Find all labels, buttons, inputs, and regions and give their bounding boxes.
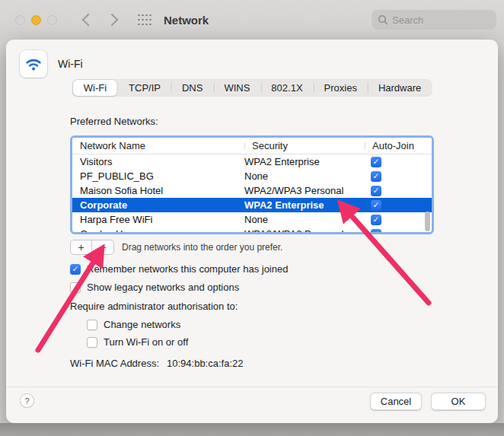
column-header-auto-join[interactable]: Auto-Join [365,140,432,151]
admin-authorisation-label: Require administrator authorisation to: [70,301,238,312]
network-security: WPA2 Enterprise [244,156,365,167]
table-body: Visitors WPA2 Enterprise PF_PUBLIC_BG No… [72,154,432,234]
auto-join-checkbox[interactable] [371,186,381,196]
traffic-lights [15,15,57,25]
legacy-networks-label: Show legacy networks and options [87,282,239,293]
network-name: Garden House [72,228,244,234]
panel-header: Wi-Fi [20,50,83,78]
search-input[interactable] [392,14,490,26]
table-row[interactable]: PF_PUBLIC_BG None [72,169,432,183]
network-name: Visitors [72,156,244,167]
mac-address-label: Wi-Fi MAC Address: [70,358,159,369]
legacy-networks-row: Show legacy networks and options [70,282,239,293]
auto-join-checkbox[interactable] [371,229,381,235]
zoom-button[interactable] [47,15,57,25]
back-icon[interactable] [78,12,94,27]
tab-wifi[interactable]: Wi-Fi [73,80,117,96]
mac-address: Wi-Fi MAC Address:10:94:bb:ca:fa:22 [70,358,244,369]
add-remove-controls: + − [70,240,114,255]
column-header-security[interactable]: Security [244,140,365,151]
minimize-button[interactable] [31,15,41,25]
wifi-settings-sheet: Wi-Fi Wi-Fi TCP/IP DNS WINS 802.1X Proxi… [6,40,498,423]
tab-dns[interactable]: DNS [171,79,213,97]
table-row-selected[interactable]: Corporate WPA2 Enterprise [72,198,432,212]
preferred-networks-label: Preferred Networks: [70,116,158,127]
tab-bar: Wi-Fi TCP/IP DNS WINS 802.1X Proxies Har… [72,79,432,97]
network-name: Harpa Free WiFi [72,214,244,225]
preferred-networks-table: Network Name Security Auto-Join Visitors… [70,135,434,234]
change-networks-checkbox[interactable] [87,320,97,330]
table-row[interactable]: Garden House WPA2/WPA3 Personal [72,227,432,234]
wifi-icon [20,50,47,78]
tab-hardware[interactable]: Hardware [368,79,432,97]
table-row[interactable]: Maison Sofia Hotel WPA2/WPA3 Personal [72,183,432,198]
remove-network-button[interactable]: − [92,240,114,255]
turn-wifi-row: Turn Wi-Fi on or off [87,336,188,348]
network-name: Corporate [72,199,244,211]
network-security: WPA2/WPA3 Personal [244,228,365,234]
mac-address-value: 10:94:bb:ca:fa:22 [167,358,243,369]
remember-networks-row: Remember networks this computer has join… [70,263,288,275]
change-networks-label: Change networks [104,319,180,330]
turn-wifi-checkbox[interactable] [87,337,97,348]
scrollbar-thumb[interactable] [425,212,430,231]
remember-networks-label: Remember networks this computer has join… [87,263,288,275]
drag-hint: Drag networks into the order you prefer. [122,242,282,253]
auto-join-checkbox[interactable] [371,200,381,211]
table-row[interactable]: Visitors WPA2 Enterprise [72,154,432,169]
network-name: Maison Sofia Hotel [72,185,244,196]
show-all-grid-icon[interactable] [138,14,152,26]
network-security: WPA2/WPA3 Personal [244,185,365,196]
tab-wins[interactable]: WINS [213,79,260,97]
footer-divider [6,387,498,387]
background-window-edge [0,423,504,436]
window-title: Network [164,14,209,27]
auto-join-checkbox[interactable] [371,171,381,182]
add-network-button[interactable]: + [70,240,92,255]
cancel-button[interactable]: Cancel [370,393,422,410]
tab-tcpip[interactable]: TCP/IP [118,79,171,97]
search-icon [378,14,388,25]
close-button[interactable] [15,15,25,25]
network-name: PF_PUBLIC_BG [72,170,244,182]
nav-buttons [78,12,121,27]
legacy-networks-checkbox[interactable] [70,282,81,293]
remember-networks-checkbox[interactable] [70,264,81,275]
ok-button[interactable]: OK [431,393,486,410]
panel-title: Wi-Fi [58,58,83,70]
search-field[interactable] [372,10,496,30]
network-security: None [244,170,365,182]
tab-proxies[interactable]: Proxies [314,79,368,97]
tab-8021x[interactable]: 802.1X [260,79,313,97]
auto-join-checkbox[interactable] [371,157,381,167]
auto-join-checkbox[interactable] [371,215,381,225]
network-security: None [244,214,365,225]
turn-wifi-label: Turn Wi-Fi on or off [104,336,188,348]
table-header: Network Name Security Auto-Join [72,138,432,154]
titlebar: Network [0,0,504,40]
help-button[interactable]: ? [20,393,34,408]
forward-icon[interactable] [106,12,121,27]
column-header-network-name[interactable]: Network Name [72,140,244,151]
network-security: WPA2 Enterprise [244,199,365,211]
table-row[interactable]: Harpa Free WiFi None [72,212,432,227]
change-networks-row: Change networks [87,319,180,330]
